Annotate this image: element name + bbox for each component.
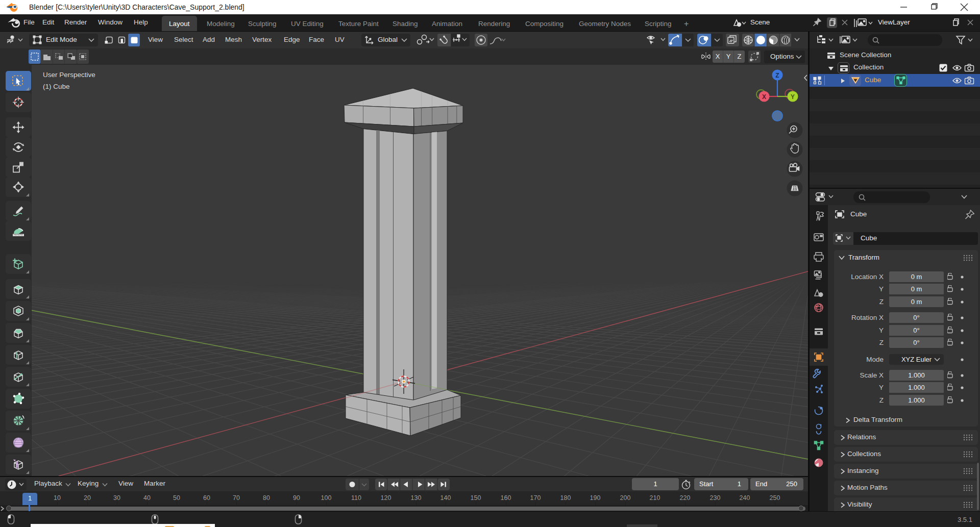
svg-text:(1) Cube: (1) Cube <box>43 83 70 90</box>
svg-text:Y: Y <box>791 93 795 101</box>
svg-text:Z: Z <box>775 72 779 79</box>
svg-text:User Perspective: User Perspective <box>43 71 95 79</box>
svg-text:X: X <box>762 93 766 101</box>
